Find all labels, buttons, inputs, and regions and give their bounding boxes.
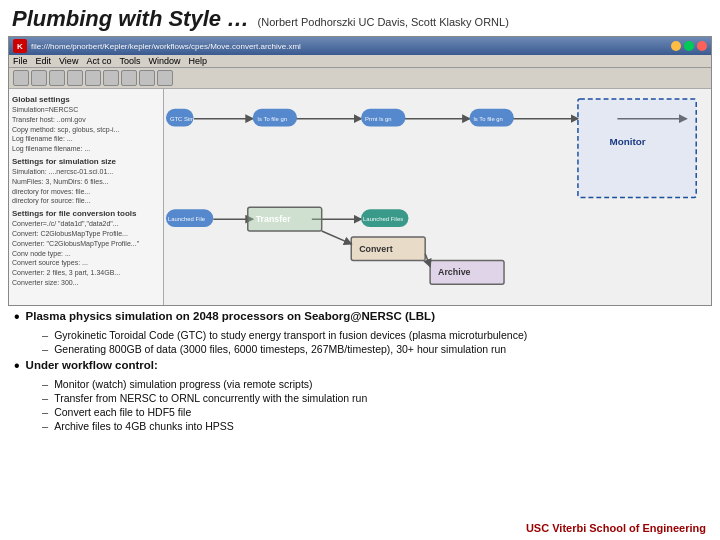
global-setting-1: Simulation=NERCSC <box>12 105 160 115</box>
conv-setting-1: Converter=./c/ "data1d","data2d"... <box>12 219 160 229</box>
kepler-settings-panel: Global settings Simulation=NERCSC Transf… <box>9 89 164 305</box>
svg-line-12 <box>425 254 430 267</box>
sim-size-title: Settings for simulation size <box>12 157 160 166</box>
sub-text-1-2: Generating 800GB of data (3000 files, 60… <box>54 343 506 355</box>
sub-text-2-1: Monitor (watch) simulation progress (via… <box>54 378 313 390</box>
sub-item-2-3: – Convert each file to HDF5 file <box>42 406 706 418</box>
toolbar-btn-9[interactable] <box>157 70 173 86</box>
sim-setting-2: NumFiles: 3, NumDirs: 6 files... <box>12 177 160 187</box>
svg-rect-14 <box>253 109 297 127</box>
close-icon[interactable] <box>697 41 707 51</box>
conv-setting-3: Converter: "C2GlobusMapType Profile..." <box>12 239 160 249</box>
svg-text:Monitor: Monitor <box>609 136 645 147</box>
bullet-text-1: Plasma physics simulation on 2048 proces… <box>26 310 435 322</box>
sub-dash-6: – <box>42 420 48 432</box>
svg-line-11 <box>322 231 352 244</box>
menu-help[interactable]: Help <box>188 56 207 66</box>
usc-footer: USC Viterbi School of Engineering <box>526 522 706 534</box>
sub-item-1-1: – Gyrokinetic Toroidal Code (GTC) to stu… <box>42 329 706 341</box>
svg-rect-13 <box>166 109 194 127</box>
svg-rect-18 <box>361 209 408 227</box>
bullet-item-2: • Under workflow control: <box>14 359 706 374</box>
kepler-window: K file:///home/pnorbert/Kepler/kepler/wo… <box>8 36 712 306</box>
toolbar-btn-4[interactable] <box>67 70 83 86</box>
svg-text:Transfer: Transfer <box>256 214 292 224</box>
sub-item-2-4: – Archive files to 4GB chunks into HPSS <box>42 420 706 432</box>
sub-item-2-2: – Transfer from NERSC to ORNL concurrent… <box>42 392 706 404</box>
toolbar-btn-2[interactable] <box>31 70 47 86</box>
global-settings-title: Global settings <box>12 95 160 104</box>
sub-items-1: – Gyrokinetic Toroidal Code (GTC) to stu… <box>42 329 706 355</box>
sub-text-2-4: Archive files to 4GB chunks into HPSS <box>54 420 234 432</box>
svg-text:Prmt ls gn: Prmt ls gn <box>365 116 392 122</box>
content-area: • Plasma physics simulation on 2048 proc… <box>0 306 720 440</box>
toolbar-btn-1[interactable] <box>13 70 29 86</box>
global-setting-2: Transfer host: ..ornl.gov <box>12 115 160 125</box>
svg-text:ls To file gn: ls To file gn <box>258 116 287 122</box>
menu-file[interactable]: File <box>13 56 28 66</box>
title-area: Plumbing with Style … (Norbert Podhorszk… <box>0 0 720 34</box>
toolbar-btn-3[interactable] <box>49 70 65 86</box>
menu-edit[interactable]: Edit <box>36 56 52 66</box>
bullet-item-1: • Plasma physics simulation on 2048 proc… <box>14 310 706 325</box>
toolbar-btn-7[interactable] <box>121 70 137 86</box>
sub-dash-4: – <box>42 392 48 404</box>
sub-text-2-2: Transfer from NERSC to ORNL concurrently… <box>54 392 367 404</box>
menu-actco[interactable]: Act co <box>86 56 111 66</box>
kepler-content: Global settings Simulation=NERCSC Transf… <box>9 89 711 305</box>
bullet-dot-1: • <box>14 309 20 325</box>
svg-text:Archive: Archive <box>438 267 471 277</box>
sub-text-2-3: Convert each file to HDF5 file <box>54 406 191 418</box>
svg-rect-15 <box>361 109 405 127</box>
sub-dash-1: – <box>42 329 48 341</box>
usc-footer-text: USC Viterbi School of Engineering <box>526 522 706 534</box>
global-setting-4: Log filename file: ... <box>12 134 160 144</box>
file-conv-title: Settings for file conversion tools <box>12 209 160 218</box>
page-title: Plumbing with Style … <box>12 6 249 31</box>
kepler-menubar: File Edit View Act co Tools Window Help <box>9 55 711 68</box>
svg-rect-16 <box>470 109 514 127</box>
svg-text:GTC Sim: GTC Sim <box>170 116 194 122</box>
svg-text:Launched File: Launched File <box>168 216 206 222</box>
authors: (Norbert Podhorszki UC Davis, Scott Klas… <box>258 16 509 28</box>
svg-text:Launched Files: Launched Files <box>363 216 403 222</box>
sub-item-1-2: – Generating 800GB of data (3000 files, … <box>42 343 706 355</box>
kepler-logo-icon: K <box>13 39 27 53</box>
sim-setting-3: directory for moves: file... <box>12 187 160 197</box>
bullet-text-2: Under workflow control: <box>26 359 158 371</box>
svg-rect-10 <box>430 261 504 285</box>
svg-rect-17 <box>166 209 213 227</box>
maximize-icon[interactable] <box>684 41 694 51</box>
svg-text:ls To file gn: ls To file gn <box>473 116 502 122</box>
menu-view[interactable]: View <box>59 56 78 66</box>
workflow-arrows: GTC Sim ls To file gn Prmt ls gn ls To f… <box>164 89 711 305</box>
svg-rect-8 <box>248 207 322 231</box>
sub-dash-2: – <box>42 343 48 355</box>
conv-setting-6: Converter: 2 files, 3 part, 1.34GB... <box>12 268 160 278</box>
svg-text:Convert: Convert <box>359 244 393 254</box>
svg-rect-5 <box>578 99 696 198</box>
conv-setting-4: Conv node type: ... <box>12 249 160 259</box>
bullet-dot-2: • <box>14 358 20 374</box>
sub-dash-5: – <box>42 406 48 418</box>
sub-item-2-1: – Monitor (watch) simulation progress (v… <box>42 378 706 390</box>
toolbar-btn-5[interactable] <box>85 70 101 86</box>
sub-items-2: – Monitor (watch) simulation progress (v… <box>42 378 706 432</box>
menu-tools[interactable]: Tools <box>119 56 140 66</box>
sub-text-1-1: Gyrokinetic Toroidal Code (GTC) to study… <box>54 329 527 341</box>
minimize-icon[interactable] <box>671 41 681 51</box>
conv-setting-2: Convert: C2GlobusMapType Profile... <box>12 229 160 239</box>
kepler-toolbar <box>9 68 711 89</box>
sim-setting-4: directory for source: file... <box>12 196 160 206</box>
toolbar-btn-6[interactable] <box>103 70 119 86</box>
sub-dash-3: – <box>42 378 48 390</box>
menu-window[interactable]: Window <box>148 56 180 66</box>
global-setting-5: Log filename filename: ... <box>12 144 160 154</box>
svg-rect-9 <box>351 237 425 261</box>
conv-setting-5: Convert source types: ... <box>12 258 160 268</box>
conv-setting-7: Converter size: 300... <box>12 278 160 288</box>
global-setting-3: Copy method: scp, globus, stcp-i... <box>12 125 160 135</box>
toolbar-btn-8[interactable] <box>139 70 155 86</box>
workflow-canvas: GTC Sim ls To file gn Prmt ls gn ls To f… <box>164 89 711 305</box>
kepler-title-path: file:///home/pnorbert/Kepler/kepler/work… <box>31 42 301 51</box>
